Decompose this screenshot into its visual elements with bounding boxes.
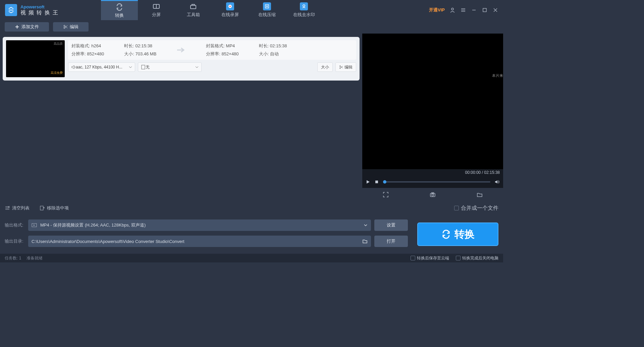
page-icon bbox=[141, 65, 146, 69]
svg-rect-2 bbox=[191, 5, 196, 9]
file-list: 高品质 高清免费 封装格式: h264 分辨率: 852×480 时长: 02:… bbox=[0, 34, 362, 201]
tab-compress[interactable]: 在线压缩 bbox=[249, 0, 285, 20]
watermark-icon bbox=[300, 2, 308, 10]
output-dir-label: 输出目录: bbox=[5, 238, 25, 244]
svg-point-17 bbox=[64, 25, 65, 27]
svg-point-4 bbox=[229, 6, 231, 7]
remove-icon bbox=[40, 205, 45, 211]
clear-list-button[interactable]: 清空列表 bbox=[5, 205, 30, 211]
chevron-down-icon bbox=[195, 65, 199, 69]
snapshot-icon[interactable] bbox=[429, 191, 436, 198]
checkbox-icon bbox=[411, 256, 415, 260]
folder-icon bbox=[362, 239, 368, 244]
brand-text: Apowersoft bbox=[20, 4, 61, 10]
convert-button[interactable]: 转换 bbox=[417, 222, 498, 246]
svg-rect-21 bbox=[142, 65, 145, 69]
chevron-down-icon bbox=[129, 65, 132, 69]
seek-slider[interactable] bbox=[383, 181, 490, 183]
item-edit-button[interactable]: 编辑 bbox=[335, 62, 356, 72]
checkbox-icon bbox=[454, 206, 459, 210]
user-icon[interactable] bbox=[449, 7, 455, 13]
play-button[interactable] bbox=[366, 180, 370, 184]
scissors-icon bbox=[63, 24, 68, 29]
speaker-icon bbox=[71, 65, 76, 69]
scissors-icon bbox=[339, 65, 343, 69]
clear-icon bbox=[5, 205, 10, 211]
svg-line-24 bbox=[341, 66, 343, 68]
chevron-down-icon bbox=[364, 223, 368, 227]
save-cloud-checkbox[interactable]: 转换后保存至云端 bbox=[411, 255, 449, 261]
video-thumbnail[interactable]: 高品质 高清免费 bbox=[6, 40, 65, 77]
status-bar: 任务数: 1 准备就绪 转换后保存至云端 转换完成后关闭电脑 bbox=[0, 254, 503, 262]
preview-canvas[interactable]: 本片来 bbox=[362, 34, 503, 169]
svg-point-23 bbox=[340, 68, 341, 69]
output-dir-input[interactable]: C:\Users\Administrator\Documents\Apowers… bbox=[28, 236, 371, 247]
svg-rect-12 bbox=[483, 8, 486, 12]
preview-timecode: 00:00:00 / 02:15:38 bbox=[465, 170, 500, 175]
minimize-button[interactable] bbox=[471, 7, 477, 13]
stop-button[interactable] bbox=[374, 180, 379, 184]
tab-record[interactable]: 在线录屏 bbox=[212, 0, 249, 20]
status-text: 准备就绪 bbox=[26, 255, 43, 261]
output-panel: 输出格式: MP4 - 保持源视频设置 (H.264; AAC, 128Kbps… bbox=[0, 215, 503, 254]
add-files-button[interactable]: 添加文件 bbox=[5, 22, 49, 32]
tasks-count: 任务数: 1 bbox=[5, 255, 21, 261]
menu-icon[interactable] bbox=[460, 7, 466, 13]
target-info: 封装格式: MP4 分辨率: 852×480 bbox=[206, 43, 238, 57]
toolbox-icon bbox=[189, 2, 197, 10]
preview-panel: 本片来 00:00:00 / 02:15:38 bbox=[362, 34, 503, 201]
convert-icon bbox=[441, 229, 451, 239]
window-controls: 开通VIP bbox=[429, 7, 503, 13]
compress-icon bbox=[263, 2, 271, 10]
svg-rect-5 bbox=[265, 5, 269, 8]
audio-dropdown[interactable]: aac, 127 Kbps, 44100 H... bbox=[68, 62, 135, 72]
svg-rect-35 bbox=[40, 206, 43, 210]
svg-point-28 bbox=[432, 194, 434, 196]
svg-point-18 bbox=[64, 27, 65, 29]
close-button[interactable] bbox=[492, 7, 498, 13]
record-icon bbox=[226, 2, 234, 10]
convert-icon bbox=[115, 3, 123, 11]
tab-convert[interactable]: 转换 bbox=[101, 0, 138, 20]
split-icon bbox=[152, 2, 160, 10]
svg-line-25 bbox=[341, 66, 343, 68]
preview-watermark: 本片来 bbox=[492, 73, 503, 78]
vip-link[interactable]: 开通VIP bbox=[429, 7, 445, 13]
app-logo: Apowersoft 视频转换王 bbox=[0, 4, 61, 16]
tab-split[interactable]: 分屏 bbox=[138, 0, 175, 20]
output-format-dropdown[interactable]: MP4 - 保持源视频设置 (H.264; AAC, 128Kbps, 双声道) bbox=[28, 219, 371, 231]
file-info-row: 封装格式: h264 分辨率: 852×480 时长: 02:15:38 大小:… bbox=[68, 40, 356, 60]
size-button[interactable]: 大小 bbox=[317, 62, 333, 72]
list-actions-bar: 清空列表 移除选中项 合并成一个文件 bbox=[0, 201, 503, 215]
remove-selected-button[interactable]: 移除选中项 bbox=[40, 205, 69, 211]
player-controls bbox=[362, 176, 503, 188]
plus-icon bbox=[15, 24, 19, 29]
toolbar: 添加文件 编辑 bbox=[0, 20, 503, 34]
checkbox-icon bbox=[456, 256, 461, 260]
app-name: 视频转换王 bbox=[20, 9, 61, 16]
tab-toolbox[interactable]: 工具箱 bbox=[175, 0, 212, 20]
svg-point-6 bbox=[303, 5, 305, 7]
preview-tools bbox=[362, 188, 503, 201]
edit-button[interactable]: 编辑 bbox=[53, 22, 89, 32]
title-bar: Apowersoft 视频转换王 转换 分屏 工具箱 在线录屏 bbox=[0, 0, 503, 20]
svg-rect-26 bbox=[375, 181, 378, 183]
fullscreen-icon[interactable] bbox=[382, 191, 389, 198]
logo-icon bbox=[5, 4, 17, 16]
settings-button[interactable]: 设置 bbox=[374, 219, 408, 231]
open-folder-button[interactable]: 打开 bbox=[374, 236, 408, 247]
maximize-button[interactable] bbox=[482, 7, 488, 13]
output-format-label: 输出格式: bbox=[5, 222, 25, 228]
source-info: 封装格式: h264 分辨率: 852×480 bbox=[71, 43, 104, 57]
tab-watermark[interactable]: 在线去水印 bbox=[285, 0, 322, 20]
folder-icon[interactable] bbox=[476, 191, 483, 198]
file-card[interactable]: 高品质 高清免费 封装格式: h264 分辨率: 852×480 时长: 02:… bbox=[3, 37, 360, 81]
shutdown-checkbox[interactable]: 转换完成后关闭电脑 bbox=[456, 255, 498, 261]
svg-point-22 bbox=[340, 66, 341, 67]
volume-icon[interactable] bbox=[494, 179, 500, 185]
video-file-icon bbox=[32, 222, 37, 228]
merge-checkbox[interactable]: 合并成一个文件 bbox=[454, 205, 498, 212]
subtitle-dropdown[interactable]: 无 bbox=[138, 62, 202, 72]
main-tabs: 转换 分屏 工具箱 在线录屏 在线压缩 bbox=[101, 0, 322, 20]
content-area: 高品质 高清免费 封装格式: h264 分辨率: 852×480 时长: 02:… bbox=[0, 34, 503, 201]
